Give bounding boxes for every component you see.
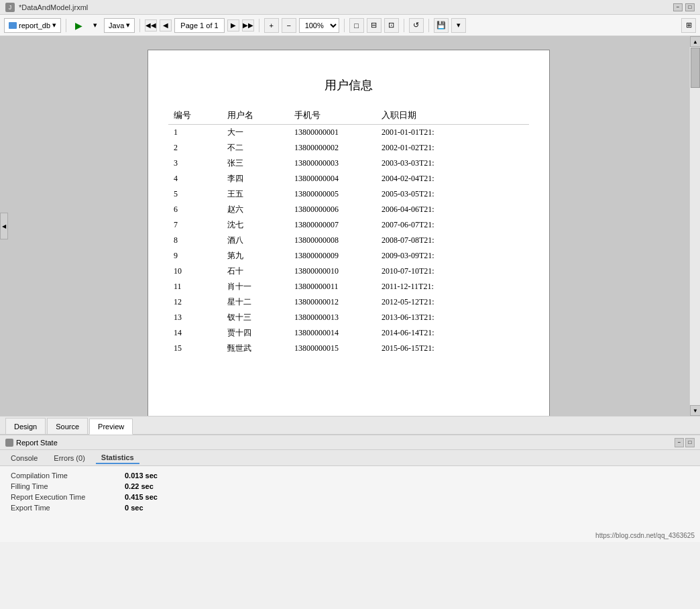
cell-id: 2 bbox=[168, 140, 222, 156]
scroll-thumb[interactable] bbox=[691, 48, 700, 88]
cell-date: 2012-05-12T21: bbox=[376, 294, 529, 310]
editor-tab-bar: Design Source Preview bbox=[0, 416, 700, 435]
cell-date: 2005-03-05T21: bbox=[376, 186, 529, 202]
tab-design-label: Design bbox=[14, 423, 37, 431]
nav-prev-button[interactable]: ◀ bbox=[160, 19, 172, 32]
maximize-button[interactable]: □ bbox=[685, 3, 695, 11]
main-toolbar: report_db ▾ ▶ ▾ Java ▾ ◀◀ ◀ Page 1 of 1 … bbox=[0, 15, 700, 36]
table-row: 9第九138000000092009-03-09T21: bbox=[168, 248, 529, 264]
cell-name: 李四 bbox=[222, 171, 289, 186]
bottom-panel-controls: − □ bbox=[675, 438, 695, 447]
title-bar: J *DataAndModel.jrxml − □ bbox=[0, 0, 700, 15]
run-dropdown-button[interactable]: ▾ bbox=[89, 18, 101, 33]
bottom-tab-console[interactable]: Console bbox=[5, 453, 43, 463]
report-table: 编号 用户名 手机号 入职日期 1大一138000000012001-01-01… bbox=[168, 107, 529, 356]
fit-actual-button[interactable]: ⊡ bbox=[384, 18, 399, 33]
cell-date: 2001-01-01T21: bbox=[376, 125, 529, 141]
cell-name: 赵六 bbox=[222, 202, 289, 217]
cell-date: 2004-02-04T21: bbox=[376, 171, 529, 186]
reload-button[interactable]: ↺ bbox=[409, 18, 424, 33]
cell-name: 张三 bbox=[222, 156, 289, 171]
cell-name: 第九 bbox=[222, 248, 289, 264]
cell-date: 2003-03-03T21: bbox=[376, 156, 529, 171]
cell-phone: 13800000011 bbox=[289, 279, 376, 294]
nav-next-button[interactable]: ▶ bbox=[227, 19, 239, 32]
bottom-maximize-button[interactable]: □ bbox=[685, 438, 695, 447]
nav-last-button[interactable]: ▶▶ bbox=[242, 19, 254, 32]
stats-row: Report Execution Time0.415 sec bbox=[11, 493, 689, 501]
tab-design[interactable]: Design bbox=[5, 418, 46, 434]
zoom-selector[interactable]: 50% 75% 100% 125% 150% 200% bbox=[299, 18, 339, 33]
cell-name: 大一 bbox=[222, 125, 289, 141]
table-row: 8酒八138000000082008-07-08T21: bbox=[168, 233, 529, 248]
scroll-up-button[interactable]: ▲ bbox=[690, 36, 700, 47]
file-title: *DataAndModel.jrxml bbox=[19, 3, 88, 11]
db-icon bbox=[9, 22, 17, 29]
col-header-name: 用户名 bbox=[222, 107, 289, 125]
tab-preview[interactable]: Preview bbox=[89, 419, 133, 435]
fit-page-button[interactable]: □ bbox=[349, 18, 364, 33]
cell-date: 2015-06-15T21: bbox=[376, 341, 529, 356]
stats-label: Compilation Time bbox=[11, 472, 125, 480]
bottom-tab-statistics[interactable]: Statistics bbox=[96, 452, 139, 464]
bottom-minimize-button[interactable]: − bbox=[675, 438, 684, 447]
scroll-down-button[interactable]: ▼ bbox=[690, 405, 700, 416]
cell-id: 6 bbox=[168, 202, 222, 217]
cell-date: 2013-06-13T21: bbox=[376, 310, 529, 325]
language-selector[interactable]: Java ▾ bbox=[104, 18, 135, 33]
bottom-tab-console-label: Console bbox=[11, 454, 38, 462]
separator-5 bbox=[404, 19, 404, 32]
fit-width-button[interactable]: ⊟ bbox=[367, 18, 382, 33]
bottom-panel-title-bar: Report State − □ bbox=[0, 435, 700, 450]
stats-value: 0.415 sec bbox=[125, 493, 158, 501]
cell-id: 15 bbox=[168, 341, 222, 356]
cell-id: 8 bbox=[168, 233, 222, 248]
title-bar-controls: − □ bbox=[672, 3, 695, 11]
cell-date: 2006-04-06T21: bbox=[376, 202, 529, 217]
col-header-phone: 手机号 bbox=[289, 107, 376, 125]
panel-toggle-button[interactable]: ⊞ bbox=[681, 18, 696, 33]
bottom-tab-errors-label: Errors (0) bbox=[54, 454, 84, 462]
cell-phone: 13800000001 bbox=[289, 125, 376, 141]
stats-value: 0.22 sec bbox=[125, 482, 154, 490]
cell-phone: 13800000002 bbox=[289, 140, 376, 156]
table-row: 4李四138000000042004-02-04T21: bbox=[168, 171, 529, 186]
lang-dropdown-icon: ▾ bbox=[126, 21, 130, 30]
save-dropdown-button[interactable]: ▾ bbox=[451, 18, 466, 33]
cell-id: 13 bbox=[168, 310, 222, 325]
nav-first-button[interactable]: ◀◀ bbox=[145, 19, 157, 32]
page-info-text: Page 1 of 1 bbox=[180, 21, 218, 30]
cell-date: 2009-03-09T21: bbox=[376, 248, 529, 264]
side-collapse-button[interactable]: ◀ bbox=[0, 213, 8, 239]
cell-id: 12 bbox=[168, 294, 222, 310]
stats-value: 0 sec bbox=[125, 504, 143, 512]
tab-source[interactable]: Source bbox=[47, 418, 88, 434]
stats-label: Report Execution Time bbox=[11, 493, 125, 501]
minimize-button[interactable]: − bbox=[673, 3, 683, 11]
cell-phone: 13800000004 bbox=[289, 171, 376, 186]
cell-phone: 13800000007 bbox=[289, 217, 376, 233]
bottom-tab-errors[interactable]: Errors (0) bbox=[48, 453, 90, 463]
datasource-selector[interactable]: report_db ▾ bbox=[4, 18, 61, 33]
tab-preview-label: Preview bbox=[98, 423, 124, 431]
table-row: 3张三138000000032003-03-03T21: bbox=[168, 156, 529, 171]
vertical-scrollbar[interactable]: ▲ ▼ bbox=[689, 36, 700, 416]
run-button[interactable]: ▶ bbox=[71, 18, 86, 33]
zoom-in-button[interactable]: + bbox=[264, 18, 279, 33]
language-label: Java bbox=[109, 21, 124, 30]
stats-label: Export Time bbox=[11, 504, 125, 512]
table-row: 6赵六138000000062006-04-06T21: bbox=[168, 202, 529, 217]
cell-phone: 13800000005 bbox=[289, 186, 376, 202]
title-bar-left: J *DataAndModel.jrxml bbox=[5, 3, 88, 12]
save-button[interactable]: 💾 bbox=[434, 18, 449, 33]
url-text: https://blog.csdn.net/qq_4363625 bbox=[595, 532, 695, 539]
cell-id: 14 bbox=[168, 325, 222, 341]
cell-id: 1 bbox=[168, 125, 222, 141]
table-row: 10石十138000000102010-07-10T21: bbox=[168, 264, 529, 279]
zoom-out-button[interactable]: − bbox=[282, 18, 296, 33]
stats-row: Export Time0 sec bbox=[11, 504, 689, 512]
table-row: 2不二138000000022002-01-02T21: bbox=[168, 140, 529, 156]
table-row: 12星十二138000000122012-05-12T21: bbox=[168, 294, 529, 310]
cell-name: 贾十四 bbox=[222, 325, 289, 341]
statistics-content: Compilation Time0.013 secFilling Time0.2… bbox=[0, 466, 700, 520]
